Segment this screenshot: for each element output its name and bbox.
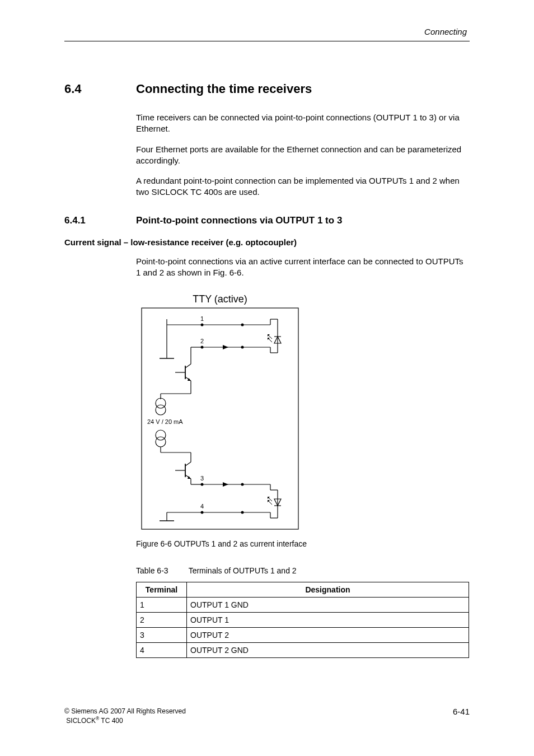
subsection-heading: 6.4.1 Point-to-point connections via OUT… [64, 215, 470, 226]
cell-designation: OUTPUT 1 [187, 613, 469, 628]
circuit-diagram-icon: TTY (active) 1 2 [136, 294, 349, 535]
cell-designation: OUTPUT 1 GND [187, 598, 469, 613]
subsection-title: Point-to-point connections via OUTPUT 1 … [136, 215, 342, 226]
subsection-subheading: Current signal – low-resistance receiver… [64, 237, 470, 247]
table-caption: Table 6-3 Terminals of OUTPUTs 1 and 2 [136, 566, 470, 575]
svg-point-41 [156, 437, 166, 447]
cell-designation: OUTPUT 2 GND [187, 643, 469, 658]
svg-line-46 [185, 462, 191, 466]
cell-terminal: 2 [137, 613, 187, 628]
subsection-number: 6.4.1 [64, 215, 136, 226]
page-header: Connecting [64, 0, 470, 41]
svg-text:4: 4 [200, 503, 204, 510]
svg-text:24 V / 20 mA: 24 V / 20 mA [147, 418, 183, 425]
section-title: Connecting the time receivers [136, 82, 312, 96]
terminal-table: Terminal Designation 1 OUTPUT 1 GND 2 OU… [136, 582, 469, 658]
figure-caption: Figure 6-6 OUTPUTs 1 and 2 as current in… [136, 539, 470, 548]
section-number: 6.4 [64, 82, 136, 96]
subsection-paragraph: Point-to-point connections via an active… [136, 256, 470, 279]
cell-terminal: 4 [137, 643, 187, 658]
table-row: 3 OUTPUT 2 [137, 628, 469, 643]
svg-point-38 [156, 405, 166, 415]
table-header-terminal: Terminal [137, 582, 187, 598]
table-row: 1 OUTPUT 1 GND [137, 598, 469, 613]
section-paragraph: A redundant point-to-point connection ca… [136, 175, 470, 198]
header-section-label: Connecting [64, 27, 470, 41]
footer-copyright: © Siemens AG 2007 All Rights Reserved SI… [64, 707, 186, 725]
table-caption-number: Table 6-3 [136, 566, 186, 575]
page-footer: © Siemens AG 2007 All Rights Reserved SI… [64, 707, 470, 725]
page-number: 6-41 [453, 707, 470, 716]
cell-designation: OUTPUT 2 [187, 628, 469, 643]
header-rule [64, 41, 470, 41]
table-row: 2 OUTPUT 1 [137, 613, 469, 628]
svg-text:1: 1 [200, 315, 204, 322]
svg-line-30 [185, 364, 191, 368]
svg-text:TTY (active): TTY (active) [193, 294, 247, 305]
section-paragraph: Four Ethernet ports are available for th… [136, 144, 470, 167]
table-caption-text: Terminals of OUTPUTs 1 and 2 [189, 566, 297, 575]
svg-marker-55 [223, 482, 228, 487]
svg-text:2: 2 [200, 338, 204, 344]
svg-text:3: 3 [200, 475, 204, 482]
cell-terminal: 1 [137, 598, 187, 613]
table-row: 4 OUTPUT 2 GND [137, 643, 469, 658]
diagram: TTY (active) 1 2 [136, 294, 470, 535]
table-header-designation: Designation [187, 582, 469, 598]
cell-terminal: 3 [137, 628, 187, 643]
section-heading: 6.4 Connecting the time receivers [64, 82, 470, 96]
section-paragraph: Time receivers can be connected via poin… [136, 112, 470, 135]
